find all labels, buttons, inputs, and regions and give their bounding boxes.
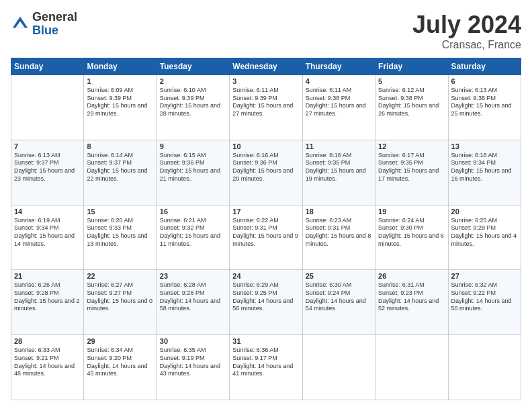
- weekday-sunday: Sunday: [11, 58, 84, 75]
- day-info: Sunrise: 6:25 AM Sunset: 9:29 PM Dayligh…: [451, 217, 518, 248]
- calendar-cell: 29Sunrise: 6:34 AM Sunset: 9:20 PM Dayli…: [84, 335, 157, 400]
- week-row-3: 14Sunrise: 6:19 AM Sunset: 9:34 PM Dayli…: [11, 205, 521, 270]
- day-number: 11: [306, 142, 372, 150]
- calendar-table: SundayMondayTuesdayWednesdayThursdayFrid…: [11, 58, 521, 400]
- calendar-cell: 2Sunrise: 6:10 AM Sunset: 9:39 PM Daylig…: [157, 75, 229, 140]
- week-row-4: 21Sunrise: 6:26 AM Sunset: 9:28 PM Dayli…: [11, 270, 521, 335]
- calendar-cell: [375, 335, 448, 400]
- day-number: 23: [160, 272, 226, 280]
- day-info: Sunrise: 6:30 AM Sunset: 9:24 PM Dayligh…: [306, 281, 372, 313]
- day-info: Sunrise: 6:13 AM Sunset: 9:38 PM Dayligh…: [451, 87, 518, 118]
- calendar-cell: 26Sunrise: 6:31 AM Sunset: 9:23 PM Dayli…: [375, 270, 448, 335]
- day-info: Sunrise: 6:26 AM Sunset: 9:28 PM Dayligh…: [14, 281, 81, 313]
- day-info: Sunrise: 6:11 AM Sunset: 9:38 PM Dayligh…: [306, 87, 372, 118]
- day-info: Sunrise: 6:20 AM Sunset: 9:33 PM Dayligh…: [87, 217, 153, 248]
- day-info: Sunrise: 6:16 AM Sunset: 9:35 PM Dayligh…: [306, 152, 372, 183]
- day-number: 4: [306, 77, 372, 85]
- day-number: 15: [87, 208, 153, 216]
- calendar-cell: 18Sunrise: 6:23 AM Sunset: 9:31 PM Dayli…: [302, 205, 375, 270]
- calendar-cell: 6Sunrise: 6:13 AM Sunset: 9:38 PM Daylig…: [448, 75, 521, 140]
- calendar-cell: [448, 335, 521, 400]
- header: General Blue July 2024 Cransac, France: [11, 11, 521, 51]
- calendar-cell: 11Sunrise: 6:16 AM Sunset: 9:35 PM Dayli…: [302, 140, 375, 205]
- day-info: Sunrise: 6:17 AM Sunset: 9:35 PM Dayligh…: [378, 152, 445, 183]
- location: Cransac, France: [412, 39, 521, 51]
- calendar-cell: 7Sunrise: 6:13 AM Sunset: 9:37 PM Daylig…: [11, 140, 84, 205]
- day-info: Sunrise: 6:14 AM Sunset: 9:37 PM Dayligh…: [87, 152, 153, 183]
- calendar-cell: 27Sunrise: 6:32 AM Sunset: 9:22 PM Dayli…: [448, 270, 521, 335]
- calendar-cell: 1Sunrise: 6:09 AM Sunset: 9:39 PM Daylig…: [84, 75, 157, 140]
- day-number: 18: [306, 208, 372, 216]
- day-number: 7: [14, 142, 81, 150]
- calendar-cell: 31Sunrise: 6:36 AM Sunset: 9:17 PM Dayli…: [230, 335, 302, 400]
- calendar-cell: 4Sunrise: 6:11 AM Sunset: 9:38 PM Daylig…: [302, 75, 375, 140]
- day-number: 6: [451, 77, 518, 85]
- day-number: 27: [451, 272, 518, 280]
- day-number: 12: [378, 142, 445, 150]
- day-info: Sunrise: 6:22 AM Sunset: 9:31 PM Dayligh…: [232, 217, 299, 248]
- calendar-cell: 23Sunrise: 6:28 AM Sunset: 9:26 PM Dayli…: [157, 270, 229, 335]
- day-number: 16: [160, 208, 226, 216]
- week-row-5: 28Sunrise: 6:33 AM Sunset: 9:21 PM Dayli…: [11, 335, 521, 400]
- day-info: Sunrise: 6:29 AM Sunset: 9:25 PM Dayligh…: [232, 281, 299, 313]
- day-number: 2: [160, 77, 226, 85]
- calendar-cell: 10Sunrise: 6:16 AM Sunset: 9:36 PM Dayli…: [230, 140, 302, 205]
- day-number: 20: [451, 208, 518, 216]
- week-row-2: 7Sunrise: 6:13 AM Sunset: 9:37 PM Daylig…: [11, 140, 521, 205]
- weekday-tuesday: Tuesday: [157, 58, 229, 75]
- weekday-wednesday: Wednesday: [230, 58, 302, 75]
- day-info: Sunrise: 6:33 AM Sunset: 9:21 PM Dayligh…: [14, 347, 81, 378]
- day-info: Sunrise: 6:31 AM Sunset: 9:23 PM Dayligh…: [378, 281, 445, 313]
- calendar-cell: 14Sunrise: 6:19 AM Sunset: 9:34 PM Dayli…: [11, 205, 84, 270]
- calendar-cell: [302, 335, 375, 400]
- day-info: Sunrise: 6:10 AM Sunset: 9:39 PM Dayligh…: [160, 87, 226, 118]
- day-number: 1: [87, 77, 153, 85]
- day-number: 30: [160, 337, 226, 345]
- day-info: Sunrise: 6:35 AM Sunset: 9:19 PM Dayligh…: [160, 347, 226, 378]
- day-info: Sunrise: 6:16 AM Sunset: 9:36 PM Dayligh…: [232, 152, 299, 183]
- calendar-cell: 19Sunrise: 6:24 AM Sunset: 9:30 PM Dayli…: [375, 205, 448, 270]
- title-block: July 2024 Cransac, France: [412, 11, 521, 51]
- day-info: Sunrise: 6:32 AM Sunset: 9:22 PM Dayligh…: [451, 281, 518, 313]
- month-title: July 2024: [412, 11, 521, 39]
- day-number: 28: [14, 337, 81, 345]
- day-number: 25: [306, 272, 372, 280]
- day-number: 14: [14, 208, 81, 216]
- day-info: Sunrise: 6:34 AM Sunset: 9:20 PM Dayligh…: [87, 347, 153, 378]
- weekday-header-row: SundayMondayTuesdayWednesdayThursdayFrid…: [11, 58, 521, 75]
- logo: General Blue: [11, 11, 77, 38]
- day-number: 10: [232, 142, 299, 150]
- calendar-cell: 17Sunrise: 6:22 AM Sunset: 9:31 PM Dayli…: [230, 205, 302, 270]
- day-number: 29: [87, 337, 153, 345]
- calendar-cell: 28Sunrise: 6:33 AM Sunset: 9:21 PM Dayli…: [11, 335, 84, 400]
- calendar-cell: 5Sunrise: 6:12 AM Sunset: 9:38 PM Daylig…: [375, 75, 448, 140]
- day-number: 31: [232, 337, 299, 345]
- day-info: Sunrise: 6:12 AM Sunset: 9:38 PM Dayligh…: [378, 87, 445, 118]
- calendar-cell: 12Sunrise: 6:17 AM Sunset: 9:35 PM Dayli…: [375, 140, 448, 205]
- day-info: Sunrise: 6:28 AM Sunset: 9:26 PM Dayligh…: [160, 281, 226, 313]
- calendar-cell: 24Sunrise: 6:29 AM Sunset: 9:25 PM Dayli…: [230, 270, 302, 335]
- day-info: Sunrise: 6:15 AM Sunset: 9:36 PM Dayligh…: [160, 152, 226, 183]
- calendar-cell: [11, 75, 84, 140]
- day-number: 21: [14, 272, 81, 280]
- day-number: 24: [232, 272, 299, 280]
- day-info: Sunrise: 6:18 AM Sunset: 9:34 PM Dayligh…: [451, 152, 518, 183]
- weekday-saturday: Saturday: [448, 58, 521, 75]
- day-info: Sunrise: 6:23 AM Sunset: 9:31 PM Dayligh…: [306, 217, 372, 248]
- day-info: Sunrise: 6:09 AM Sunset: 9:39 PM Dayligh…: [87, 87, 153, 118]
- calendar-cell: 30Sunrise: 6:35 AM Sunset: 9:19 PM Dayli…: [157, 335, 229, 400]
- weekday-thursday: Thursday: [302, 58, 375, 75]
- calendar-cell: 3Sunrise: 6:11 AM Sunset: 9:39 PM Daylig…: [230, 75, 302, 140]
- day-info: Sunrise: 6:36 AM Sunset: 9:17 PM Dayligh…: [232, 347, 299, 378]
- day-info: Sunrise: 6:21 AM Sunset: 9:32 PM Dayligh…: [160, 217, 226, 248]
- calendar-body: 1Sunrise: 6:09 AM Sunset: 9:39 PM Daylig…: [11, 75, 521, 400]
- day-number: 5: [378, 77, 445, 85]
- calendar-cell: 20Sunrise: 6:25 AM Sunset: 9:29 PM Dayli…: [448, 205, 521, 270]
- day-number: 26: [378, 272, 445, 280]
- calendar-cell: 9Sunrise: 6:15 AM Sunset: 9:36 PM Daylig…: [157, 140, 229, 205]
- calendar-cell: 25Sunrise: 6:30 AM Sunset: 9:24 PM Dayli…: [302, 270, 375, 335]
- day-info: Sunrise: 6:27 AM Sunset: 9:27 PM Dayligh…: [87, 281, 153, 313]
- logo-general: General: [32, 11, 77, 24]
- logo-blue: Blue: [32, 24, 77, 38]
- calendar-cell: 21Sunrise: 6:26 AM Sunset: 9:28 PM Dayli…: [11, 270, 84, 335]
